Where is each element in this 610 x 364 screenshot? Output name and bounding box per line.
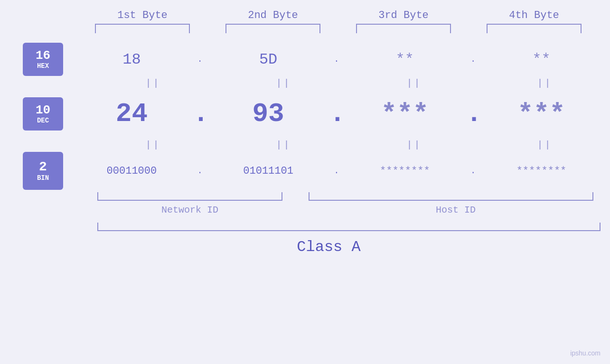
hex-row: 16 HEX 18 . 5D . ** . **	[0, 45, 610, 74]
dec-dot3: .	[466, 99, 480, 129]
bracket-byte3	[356, 24, 451, 33]
bin-val4: ********	[494, 165, 589, 177]
dec-val2: 93	[221, 99, 316, 129]
bin-badge-label: BIN	[37, 174, 49, 182]
byte1-header: 1st Byte	[95, 9, 190, 21]
id-labels-row: Network ID Host ID	[88, 205, 610, 215]
dec-badge-label: DEC	[37, 117, 49, 124]
dec-val1: 24	[84, 99, 179, 129]
bin-cells: 00011000 . 01011101 . ******** . *******…	[63, 165, 610, 177]
bin-dot3: .	[466, 166, 480, 176]
main-container: 1st Byte 2nd Byte 3rd Byte 4th Byte 16 H…	[0, 0, 610, 364]
dec-badge: 10 DEC	[23, 97, 63, 131]
byte3-header: 3rd Byte	[356, 9, 451, 21]
bin-val2: 01011101	[221, 165, 316, 177]
bin-val1: 00011000	[84, 165, 179, 177]
eq2-2: ||	[236, 140, 331, 150]
hex-val4: **	[494, 51, 589, 68]
hex-dot3: .	[466, 55, 480, 64]
watermark: ipshu.com	[570, 349, 601, 357]
host-bracket-area	[301, 192, 601, 201]
dec-dot1: .	[193, 99, 207, 129]
dec-row: 10 DEC 24 . 93 . *** . ***	[0, 93, 610, 135]
host-bracket	[309, 192, 593, 201]
bin-val3: ********	[357, 165, 452, 177]
equals-row-2: || || || ||	[88, 135, 610, 154]
hex-cells: 18 . 5D . ** . **	[63, 51, 610, 68]
eq2-3: ||	[367, 140, 462, 150]
dec-val4: ***	[494, 99, 589, 129]
hex-badge: 16 HEX	[23, 43, 63, 76]
bracket-byte4	[487, 24, 582, 33]
eq1-2: ||	[236, 78, 331, 89]
class-label: Class A	[297, 238, 360, 256]
hex-badge-num: 16	[36, 49, 50, 63]
network-bracket-area	[88, 192, 292, 201]
hex-val1: 18	[84, 51, 179, 68]
hex-dot2: .	[329, 55, 344, 64]
network-id-label: Network ID	[88, 205, 292, 215]
dec-val3: ***	[357, 99, 452, 129]
eq1-4: ||	[497, 78, 592, 89]
bin-badge-num: 2	[39, 160, 47, 175]
class-row: Class A	[0, 238, 610, 256]
equals-row-1: || || || ||	[88, 74, 610, 93]
dec-dot2: .	[329, 99, 344, 129]
full-bottom-bracket	[97, 223, 601, 231]
top-brackets	[77, 24, 600, 33]
hex-val2: 5D	[221, 51, 316, 68]
bracket-byte1	[95, 24, 190, 33]
dec-cells: 24 . 93 . *** . ***	[63, 99, 610, 129]
bin-badge: 2 BIN	[23, 152, 63, 190]
host-id-label: Host ID	[301, 205, 610, 215]
bracket-byte2	[225, 24, 320, 33]
byte4-header: 4th Byte	[487, 9, 582, 21]
hex-dot1: .	[193, 55, 207, 64]
eq2-1: ||	[106, 140, 201, 150]
eq2-4: ||	[497, 140, 592, 150]
hex-val3: **	[357, 51, 452, 68]
byte2-header: 2nd Byte	[225, 9, 320, 21]
hex-badge-label: HEX	[37, 62, 49, 70]
bin-dot2: .	[329, 166, 344, 176]
network-bracket	[97, 192, 282, 201]
bottom-brackets-container	[88, 192, 610, 201]
bin-dot1: .	[193, 166, 207, 176]
byte-headers: 1st Byte 2nd Byte 3rd Byte 4th Byte	[77, 9, 600, 21]
eq1-1: ||	[106, 78, 201, 89]
eq1-3: ||	[367, 78, 462, 89]
bin-row: 2 BIN 00011000 . 01011101 . ******** . *…	[0, 154, 610, 187]
dec-badge-num: 10	[36, 103, 50, 117]
